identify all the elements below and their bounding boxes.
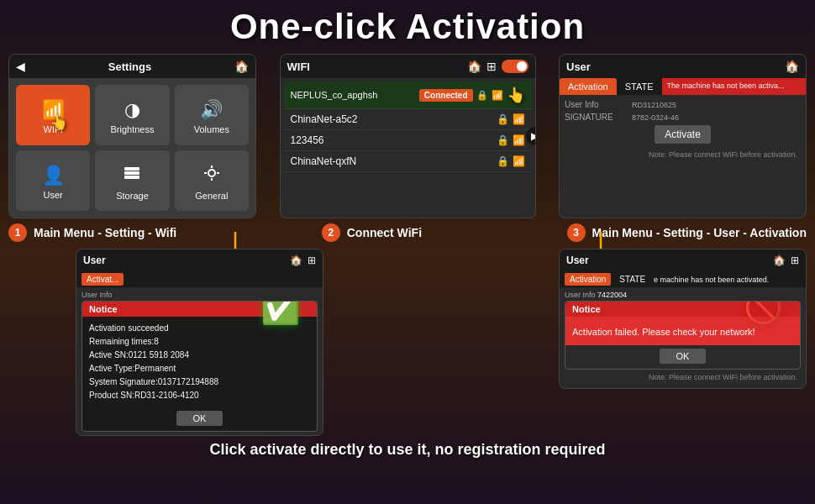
back-icon[interactable]: ◀ bbox=[16, 60, 25, 73]
page-title: One-click Activation bbox=[0, 0, 815, 47]
brightness-label: Brightness bbox=[111, 124, 155, 134]
signature-label: SIGNATURE bbox=[565, 113, 632, 122]
wifi-fullscreen-icon[interactable]: ⊞ bbox=[486, 60, 497, 73]
general-icon bbox=[202, 164, 221, 187]
wifi-panel-header: WIFI 🏠 ⊞ bbox=[281, 55, 535, 78]
step-2-num: 2 bbox=[328, 227, 334, 239]
success-notice-text: Activation succeeded Remaining times:8 A… bbox=[89, 322, 310, 402]
failure-panel-header: User 🏠 ⊞ bbox=[560, 249, 806, 271]
wifi-signal-icon-2: 📶 bbox=[513, 113, 525, 125]
wifi-home-icon[interactable]: 🏠 bbox=[467, 60, 481, 73]
volume-icon: 🔊 bbox=[200, 99, 223, 121]
tab-activation[interactable]: Activation bbox=[560, 78, 617, 95]
failure-note: Note: Please connect WiFi before activat… bbox=[565, 370, 801, 385]
success-panel-title: User bbox=[83, 255, 106, 266]
success-check-icon: ✅ bbox=[260, 301, 300, 326]
volumes-label: Volumes bbox=[194, 124, 229, 134]
notice-line-6: Product SN:RD31-2106-4120 bbox=[89, 389, 310, 402]
signature-row: SIGNATURE 8782-0324-46 bbox=[565, 113, 801, 122]
network-name-3: 123456 bbox=[291, 134, 324, 146]
failure-activation-tab[interactable]: Activation bbox=[565, 273, 611, 286]
settings-storage-item[interactable]: Storage bbox=[95, 150, 169, 211]
user-panel: User 🏠 Activation STATE The machine has … bbox=[559, 54, 807, 218]
state-text: The machine has not been activa... bbox=[667, 81, 785, 90]
notice-line-3: Active SN:0121 5918 2084 bbox=[89, 349, 310, 362]
hand-cursor-icon: 👆 bbox=[50, 113, 68, 131]
user-content: User Info RD31210625 SIGNATURE 8782-0324… bbox=[560, 95, 806, 167]
failure-home-icon[interactable]: 🏠 bbox=[773, 255, 786, 266]
success-notice-box: Notice Activation succeeded Remaining ti… bbox=[82, 301, 318, 432]
settings-title: Settings bbox=[108, 60, 151, 73]
network-name-1: NEPLUS_co_apghsh bbox=[291, 90, 378, 100]
failure-expand-icon[interactable]: ⊞ bbox=[791, 255, 799, 266]
lock-icon-2: 🔒 bbox=[497, 113, 509, 125]
step-1-label: 1 Main Menu - Setting - Wifi bbox=[8, 223, 176, 242]
user-label: User bbox=[44, 190, 63, 200]
activate-button[interactable]: Activate bbox=[655, 125, 711, 144]
wifi-signal-icon-4: 📶 bbox=[513, 155, 525, 167]
wifi-panel: WIFI 🏠 ⊞ NEPLUS_co_apghsh Connected 🔒 bbox=[280, 54, 536, 218]
success-ok-button[interactable]: OK bbox=[176, 411, 223, 426]
signature-value: 8782-0324-46 bbox=[632, 113, 801, 122]
success-user-info: User Info bbox=[82, 291, 318, 299]
failure-ok-button[interactable]: OK bbox=[660, 349, 707, 364]
settings-volumes-item[interactable]: 🔊 Volumes bbox=[175, 85, 249, 145]
wifi-network-2[interactable]: ChinaNet-a5c2 🔒 📶 bbox=[284, 109, 532, 130]
user-panel-title: User bbox=[566, 60, 591, 73]
success-notice-content: Activation succeeded Remaining times:8 A… bbox=[82, 317, 317, 407]
svg-rect-2 bbox=[124, 176, 139, 179]
failure-x-icon: 🚫 bbox=[744, 301, 783, 326]
success-panel-wrapper: User 🏠 ⊞ Activat... User Info Notice bbox=[76, 249, 323, 436]
connected-badge: Connected bbox=[419, 89, 473, 102]
wifi-network-4[interactable]: ChinaNet-qxfN 🔒 📶 bbox=[284, 151, 532, 172]
rd-value: RD31210625 bbox=[632, 101, 801, 109]
home-icon[interactable]: 🏠 bbox=[234, 60, 249, 73]
tab-activation-label: Activation bbox=[568, 81, 608, 92]
user-home-icon[interactable]: 🏠 bbox=[785, 60, 799, 73]
settings-panel-header: ◀ Settings 🏠 bbox=[9, 55, 255, 78]
state-text-banner: The machine has not been activa... bbox=[662, 78, 806, 95]
success-content: User Info Notice Activation succeeded Re… bbox=[76, 287, 323, 435]
failure-panel-wrapper: User 🏠 ⊞ Activation STATE e machine has … bbox=[559, 249, 807, 436]
success-panel: User 🏠 ⊞ Activat... User Info Notice bbox=[76, 249, 323, 436]
lock-icon-4: 🔒 bbox=[497, 155, 509, 167]
step-1-text: Main Menu - Setting - Wifi bbox=[34, 226, 176, 239]
tab-state[interactable]: STATE bbox=[617, 78, 662, 95]
success-activation-tab[interactable]: Activat... bbox=[82, 273, 124, 286]
wifi-toggle[interactable] bbox=[502, 60, 528, 73]
failure-notice-box: Notice Activation failed. Please check y… bbox=[565, 301, 801, 370]
failure-user-info: User Info 7422004 bbox=[565, 291, 801, 299]
svg-rect-1 bbox=[124, 171, 139, 175]
svg-rect-0 bbox=[124, 167, 139, 171]
step-2-circle: 2 bbox=[322, 223, 340, 242]
notice-line-5: System Signature:0137172194888 bbox=[89, 375, 310, 389]
step-1-circle: 1 bbox=[8, 223, 27, 242]
failure-tabs-row: Activation STATE e machine has not been … bbox=[560, 271, 806, 287]
settings-wifi-item[interactable]: 📶 👆 WIFI bbox=[16, 85, 90, 145]
failure-panel: User 🏠 ⊞ Activation STATE e machine has … bbox=[559, 249, 807, 389]
network-name-2: ChinaNet-a5c2 bbox=[291, 113, 358, 125]
lock-icon-3: 🔒 bbox=[497, 134, 509, 146]
step-2-label: 2 Connect WiFi bbox=[322, 223, 422, 242]
settings-general-item[interactable]: General bbox=[175, 150, 249, 211]
success-home-icon[interactable]: 🏠 bbox=[290, 255, 302, 266]
wifi-panel-title: WIFI bbox=[287, 60, 310, 73]
wifi-network-connected[interactable]: NEPLUS_co_apghsh Connected 🔒 📶 👆 bbox=[284, 81, 532, 109]
step-2-text: Connect WiFi bbox=[347, 226, 422, 239]
failure-state-tab[interactable]: STATE bbox=[614, 273, 650, 286]
settings-brightness-item[interactable]: ◑ Brightness bbox=[95, 85, 169, 145]
hand-pointer-wifi: 👆 bbox=[507, 86, 525, 104]
failure-notice-text: Activation failed. Please check your net… bbox=[572, 327, 755, 337]
storage-label: Storage bbox=[116, 191, 149, 201]
storage-icon bbox=[123, 164, 141, 187]
wifi-network-list: NEPLUS_co_apghsh Connected 🔒 📶 👆 ChinaNe… bbox=[281, 78, 535, 176]
wifi-network-3[interactable]: 123456 🔒 📶 bbox=[284, 130, 532, 151]
success-panel-header: User 🏠 ⊞ bbox=[76, 249, 323, 271]
settings-grid: 📶 👆 WIFI ◑ Brightness 🔊 Volumes � bbox=[9, 78, 255, 218]
success-expand-icon[interactable]: ⊞ bbox=[308, 255, 316, 266]
user-icon: 👤 bbox=[42, 165, 65, 186]
settings-user-item[interactable]: 👤 User bbox=[16, 150, 90, 211]
user-panel-header: User 🏠 bbox=[560, 55, 806, 78]
failure-content: User Info 7422004 Notice Activation fail… bbox=[560, 287, 806, 388]
network-name-4: ChinaNet-qxfN bbox=[291, 155, 357, 167]
